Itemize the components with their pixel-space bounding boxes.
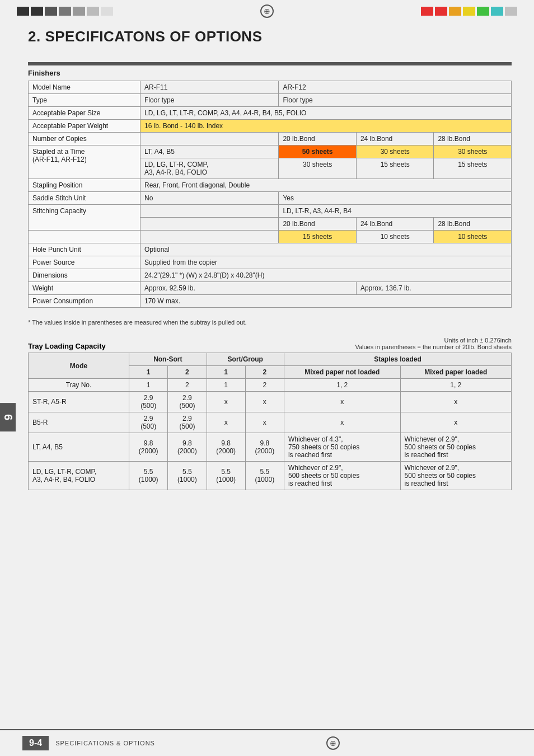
paper-size-value: LD, LG, LT, LT-R, COMP, A3, A4, A4-R, B4…: [140, 107, 512, 120]
paper-weight-value: 16 lb. Bond - 140 lb. Index: [140, 120, 512, 133]
arf11-model: AR-F11: [140, 81, 279, 94]
weight-arf11: Approx. 92.59 lb.: [140, 282, 357, 295]
deco-block: [17, 7, 29, 16]
stitching-28lb-label: 28 lb.Bond: [434, 218, 512, 231]
table-row-num-copies: Number of Copies 20 lb.Bond 24 lb.Bond 2…: [29, 133, 512, 145]
tray-str-ns1: 2.9(500): [129, 392, 168, 412]
label-paper-size: Acceptable Paper Size: [29, 107, 140, 120]
bottom-bar: 9-4 SPECIFICATIONS & OPTIONS ⊕: [0, 729, 534, 756]
table-row-model-name: Model Name AR-F11 AR-F12: [29, 81, 512, 94]
section-divider-bar: [28, 62, 512, 65]
tray-units-line1: Units of inch ± 0.276inch: [444, 337, 512, 344]
tray-row-str: ST-R, A5-R 2.9(500) 2.9(500) x x x x: [29, 392, 512, 412]
label-dimensions: Dimensions: [29, 269, 140, 282]
stapling-pos-value: Rear, Front, Front diagonal, Double: [140, 179, 512, 192]
stapled-ld-20lb: 30 sheets: [279, 158, 357, 179]
tray-lt-mnl: Whichever of 4.3",750 sheets or 50 copie…: [284, 433, 400, 462]
deco-block-teal: [491, 7, 503, 16]
bottom-compass-icon: ⊕: [326, 736, 340, 750]
tray-b5r-ml: x: [400, 412, 511, 433]
label-power-source: Power Source: [29, 256, 140, 269]
deco-block: [101, 7, 113, 16]
table-row-stapled-lt: Stapled at a Time(AR-F11, AR-F12) LT, A4…: [29, 145, 512, 158]
stapled-ld-24lb: 15 sheets: [356, 158, 434, 179]
arf11-type: Floor type: [140, 94, 279, 107]
tray-mode-lt: LT, A4, B5: [29, 433, 129, 462]
stapled-ld-28lb: 15 sheets: [434, 158, 512, 179]
weight-arf12: Approx. 136.7 lb.: [356, 282, 511, 295]
page: ⊕ 9 2. SPECIFICATONS OF OPTIONS Finisher…: [0, 0, 534, 756]
tray-lt-ns2: 9.8(2000): [168, 433, 207, 462]
label-num-copies: Number of Copies: [29, 133, 140, 145]
tray-row-lt: LT, A4, B5 9.8(2000) 9.8(2000) 9.8(2000)…: [29, 433, 512, 462]
tray-header-mode: Mode: [29, 353, 129, 379]
stapled-lt-paper: LT, A4, B5: [140, 145, 279, 158]
tray-str-mnl: x: [284, 392, 400, 412]
tray-lt-sg1: 9.8(2000): [207, 433, 245, 462]
tray-no-sg1: 1: [207, 379, 245, 392]
label-stapled: Stapled at a Time(AR-F11, AR-F12): [29, 145, 140, 179]
stitching-20lb-val: 15 sheets: [279, 231, 357, 243]
label-type: Type: [29, 94, 140, 107]
table-row-paper-weight: Acceptable Paper Weight 16 lb. Bond - 14…: [29, 120, 512, 133]
tray-mode-ld: LD, LG, LT-R, COMP,A3, A4-R, B4, FOLIO: [29, 462, 129, 490]
label-stapling-pos: Stapling Position: [29, 179, 140, 192]
tray-units-line2: Values in parentheses = the number of 20…: [355, 344, 512, 350]
power-consumption-value: 170 W max.: [140, 295, 512, 308]
stitching-28lb-val: 10 sheets: [434, 231, 512, 243]
tray-str-sg1: x: [207, 392, 245, 412]
num-copies-20lb: 20 lb.Bond: [279, 133, 357, 145]
bottom-compass-area: ⊕: [155, 736, 512, 750]
tray-mode-b5r: B5-R: [29, 412, 129, 433]
tray-ld-ns1: 5.5(1000): [129, 462, 168, 490]
deco-block: [31, 7, 43, 16]
tray-sub-mixed-not: Mixed paper not loaded: [284, 366, 400, 379]
tray-lt-sg2: 9.8(2000): [245, 433, 284, 462]
finishers-section-label: Finishers: [28, 69, 512, 77]
tray-ld-ml: Whichever of 2.9",500 sheets or 50 copie…: [400, 462, 511, 490]
table-row-power-source: Power Source Supplied from the copier: [29, 256, 512, 269]
tray-sub-mixed-yes: Mixed paper loaded: [400, 366, 511, 379]
deco-block-green: [477, 7, 489, 16]
tray-sub-ns1: 1: [129, 366, 168, 379]
bottom-section-text: SPECIFICATIONS & OPTIONS: [55, 740, 155, 746]
tray-b5r-mnl: x: [284, 412, 400, 433]
stitching-paper-sizes: LD, LT-R, A3, A4-R, B4: [279, 205, 512, 218]
tray-header-row: Tray Loading Capacity Units of inch ± 0.…: [28, 337, 512, 350]
tray-b5r-ns2: 2.9(500): [168, 412, 207, 433]
table-row-hole-punch: Hole Punch Unit Optional: [29, 243, 512, 256]
tray-str-sg2: x: [245, 392, 284, 412]
num-copies-24lb: 24 lb.Bond: [356, 133, 434, 145]
finishers-table: Model Name AR-F11 AR-F12 Type Floor type…: [28, 81, 512, 308]
tray-header-row1: Mode Non-Sort Sort/Group Staples loaded: [29, 353, 512, 366]
tray-no-ml12: 1, 2: [400, 379, 511, 392]
stitching-24lb-label: 24 lb.Bond: [356, 218, 434, 231]
tray-row-b5r: B5-R 2.9(500) 2.9(500) x x x x: [29, 412, 512, 433]
top-bar-right-blocks: [421, 7, 517, 16]
label-saddle: Saddle Stitch Unit: [29, 192, 140, 205]
deco-block: [59, 7, 71, 16]
power-source-value: Supplied from the copier: [140, 256, 512, 269]
arf12-type: Floor type: [279, 94, 512, 107]
tray-no-ns2: 2: [168, 379, 207, 392]
tray-tray-no-row: Tray No. 1 2 1 2 1, 2 1, 2: [29, 379, 512, 392]
footnote-text: * The values inside in parentheses are m…: [28, 319, 512, 326]
main-content: 2. SPECIFICATONS OF OPTIONS Finishers Mo…: [0, 22, 534, 518]
num-copies-arf11: [140, 133, 279, 145]
top-decoration-bar: ⊕: [0, 0, 534, 22]
deco-block-red1: [421, 7, 433, 16]
table-row-stapling-pos: Stapling Position Rear, Front, Front dia…: [29, 179, 512, 192]
tray-str-ml: x: [400, 392, 511, 412]
stapled-lt-28lb: 30 sheets: [434, 145, 512, 158]
table-row-weight: Weight Approx. 92.59 lb. Approx. 136.7 l…: [29, 282, 512, 295]
tray-b5r-sg1: x: [207, 412, 245, 433]
label-paper-weight: Acceptable Paper Weight: [29, 120, 140, 133]
table-row-dimensions: Dimensions 24.2"(29.1" *) (W) x 24.8"(D)…: [29, 269, 512, 282]
stapled-ld-paper: LD, LG, LT-R, COMP,A3, A4-R, B4, FOLIO: [140, 158, 279, 179]
tray-lt-ns1: 9.8(2000): [129, 433, 168, 462]
tray-header-non-sort: Non-Sort: [129, 353, 207, 366]
stitching-20lb-label: 20 lb.Bond: [279, 218, 357, 231]
tray-no-sl12: 1, 2: [284, 379, 400, 392]
page-title: 2. SPECIFICATONS OF OPTIONS: [28, 28, 512, 45]
saddle-arf12: Yes: [279, 192, 512, 205]
